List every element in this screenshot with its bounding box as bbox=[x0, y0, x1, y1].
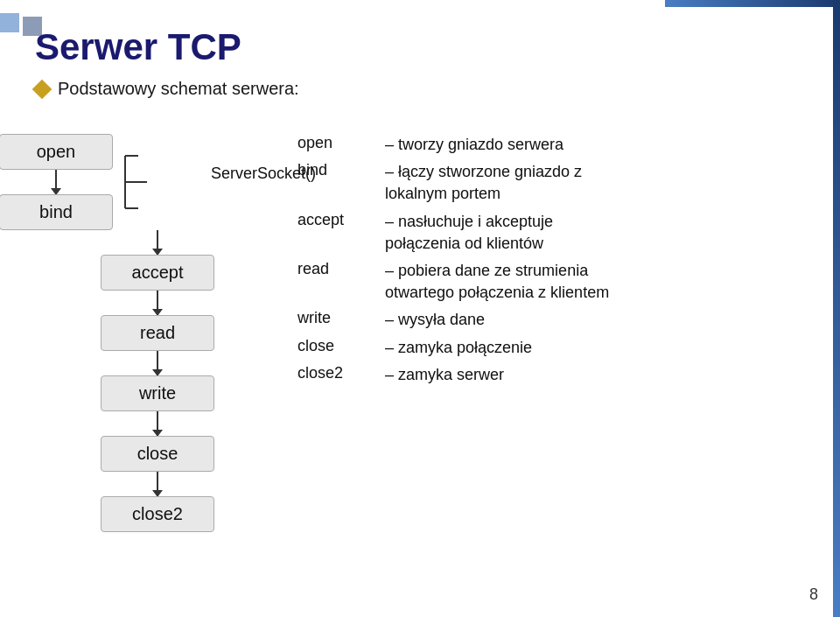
bracket-boxes: open bind bbox=[0, 134, 113, 230]
desc-val-close: – zamyka połączenie bbox=[385, 337, 805, 359]
flow-arrow-6 bbox=[157, 472, 158, 496]
deco-sq2 bbox=[23, 17, 42, 36]
desc-val-write: – wysyła dane bbox=[385, 309, 805, 331]
desc-val-open: – tworzy gniazdo serwera bbox=[385, 134, 805, 156]
flow-box-open: open bbox=[0, 134, 113, 170]
desc-val-accept: – nasłuchuje i akceptujepołączenia od kl… bbox=[385, 211, 805, 255]
slide: Serwer TCP Podstawowy schemat serwera: o… bbox=[0, 0, 840, 617]
main-content: open bind ServerSocket() a bbox=[35, 125, 805, 532]
subtitle-row: Podstawowy schemat serwera: bbox=[35, 79, 805, 99]
desc-val-read: – pobiera dane ze strumieniaotwartego po… bbox=[385, 260, 805, 304]
desc-key-close: close bbox=[298, 337, 368, 359]
flow-arrow-2 bbox=[157, 230, 158, 255]
deco-squares bbox=[0, 13, 42, 36]
bracket-group: open bind ServerSocket() bbox=[0, 134, 316, 230]
deco-sq1 bbox=[0, 13, 19, 32]
flow-box-read: read bbox=[101, 315, 214, 351]
flow-arrow-3 bbox=[157, 291, 158, 315]
subtitle-text: Podstawowy schemat serwera: bbox=[58, 79, 299, 99]
page-number: 8 bbox=[809, 585, 818, 604]
bracket-svg bbox=[116, 147, 204, 217]
descriptions: open – tworzy gniazdo serwera bind – łąc… bbox=[298, 134, 805, 532]
page-title: Serwer TCP bbox=[35, 26, 805, 68]
desc-key-read: read bbox=[298, 260, 368, 304]
flow-box-write: write bbox=[101, 375, 214, 411]
flow-arrow-4 bbox=[157, 351, 158, 375]
desc-table: open – tworzy gniazdo serwera bind – łąc… bbox=[298, 134, 805, 386]
flow-box-bind: bind bbox=[0, 194, 113, 230]
side-bar bbox=[833, 0, 840, 617]
desc-val-close2: – zamyka serwer bbox=[385, 364, 805, 386]
flow-arrow-1 bbox=[55, 170, 57, 194]
flow-box-close2: close2 bbox=[101, 496, 214, 532]
desc-key-close2: close2 bbox=[298, 364, 368, 386]
diamond-icon bbox=[32, 79, 52, 99]
flow-box-accept: accept bbox=[101, 255, 214, 291]
flow-box-close: close bbox=[101, 436, 214, 472]
desc-val-bind: – łączy stworzone gniazdo zlokalnym port… bbox=[385, 161, 805, 205]
top-bar bbox=[665, 0, 840, 7]
desc-key-write: write bbox=[298, 309, 368, 331]
flow-arrow-5 bbox=[157, 411, 158, 436]
flowchart: open bind ServerSocket() a bbox=[35, 134, 280, 532]
serversocket-label: ServerSocket() bbox=[211, 165, 316, 183]
